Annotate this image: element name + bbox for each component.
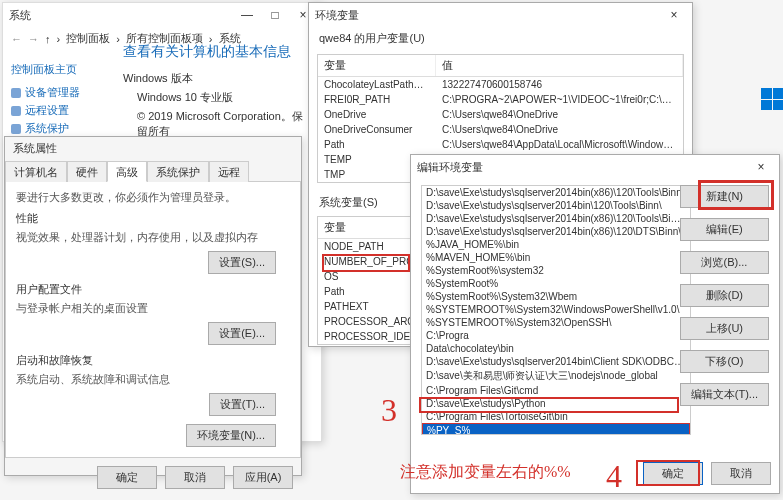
list-item[interactable]: %SystemRoot%\System32\Wbem bbox=[422, 290, 690, 303]
close-icon[interactable]: × bbox=[749, 159, 773, 175]
shield-icon bbox=[11, 106, 21, 116]
edit-env-dialog: 编辑环境变量 × D:\save\Exe\studys\sqlserver201… bbox=[410, 154, 780, 494]
tab-hardware[interactable]: 硬件 bbox=[67, 161, 107, 182]
userprof-settings-button[interactable]: 设置(E)... bbox=[208, 322, 276, 345]
up-icon[interactable]: ↑ bbox=[45, 33, 51, 45]
ok-button[interactable]: 确定 bbox=[97, 466, 157, 489]
col-val[interactable]: 值 bbox=[436, 55, 683, 76]
tab-remote[interactable]: 远程 bbox=[209, 161, 249, 182]
ok-button[interactable]: 确定 bbox=[643, 462, 703, 485]
nav-remote[interactable]: 远程设置 bbox=[11, 103, 85, 118]
up-button[interactable]: 上移(U) bbox=[680, 317, 769, 340]
min-icon[interactable]: — bbox=[235, 7, 259, 23]
tab-protection[interactable]: 系统保护 bbox=[147, 161, 209, 182]
table-row[interactable]: PathC:\Users\qwe84\AppData\Local\Microso… bbox=[318, 137, 683, 152]
cancel-button[interactable]: 取消 bbox=[711, 462, 771, 485]
perf-settings-button[interactable]: 设置(S)... bbox=[208, 251, 276, 274]
windows-logo-icon bbox=[761, 88, 783, 110]
browse-button[interactable]: 浏览(B)... bbox=[680, 251, 769, 274]
userprof-desc: 与登录帐户相关的桌面设置 bbox=[16, 301, 290, 316]
table-row[interactable]: OneDriveConsumerC:\Users\qwe84\OneDrive bbox=[318, 122, 683, 137]
anno-3: 3 bbox=[381, 392, 397, 429]
table-row[interactable]: ChocolateyLastPathUpdate1322274706001587… bbox=[318, 77, 683, 92]
system-properties-dialog: 系统属性 计算机名 硬件 高级 系统保护 远程 要进行大多数更改，你必须作为管理… bbox=[4, 136, 302, 476]
list-item[interactable]: D:\save\Exe\studys\Python bbox=[422, 397, 690, 410]
startup-settings-button[interactable]: 设置(T)... bbox=[209, 393, 276, 416]
list-item[interactable]: C:\Progra bbox=[422, 329, 690, 342]
user-vars-head: qwe84 的用户变量(U) bbox=[309, 27, 692, 50]
down-button[interactable]: 下移(O) bbox=[680, 350, 769, 373]
list-item[interactable]: %MAVEN_HOME%\bin bbox=[422, 251, 690, 264]
system-info: 查看有关计算机的基本信息 Windows 版本 Windows 10 专业版 ©… bbox=[123, 43, 313, 143]
list-item[interactable]: %SystemRoot% bbox=[422, 277, 690, 290]
list-item[interactable]: D:\save\Exe\studys\sqlserver2014bin(x86)… bbox=[422, 225, 690, 238]
list-item[interactable]: Data\chocolatey\bin bbox=[422, 342, 690, 355]
cancel-button[interactable]: 取消 bbox=[165, 466, 225, 489]
startup-desc: 系统启动、系统故障和调试信息 bbox=[16, 372, 290, 387]
copyright: © 2019 Microsoft Corporation。保留所有 bbox=[123, 109, 313, 139]
perf-desc: 视觉效果，处理器计划，内存使用，以及虚拟内存 bbox=[16, 230, 290, 245]
edit-title: 编辑环境变量 bbox=[417, 160, 483, 175]
tabs: 计算机名 硬件 高级 系统保护 远程 bbox=[5, 160, 301, 182]
shield-icon bbox=[11, 124, 21, 134]
edit-text-button[interactable]: 编辑文本(T)... bbox=[680, 383, 769, 406]
tab-computer-name[interactable]: 计算机名 bbox=[5, 161, 67, 182]
list-item[interactable]: D:\save\Exe\studys\sqlserver2014bin(x86)… bbox=[422, 212, 690, 225]
crumb-cp[interactable]: 控制面板 bbox=[66, 31, 110, 46]
nav-heading[interactable]: 控制面板主页 bbox=[11, 62, 85, 77]
list-item[interactable]: C:\Program Files\TortoiseGit\bin bbox=[422, 410, 690, 423]
table-row[interactable]: FREI0R_PATHC:\PROGRA~2\APOWER~1\VIDEOC~1… bbox=[318, 92, 683, 107]
edit-button[interactable]: 编辑(E) bbox=[680, 218, 769, 241]
close-icon[interactable]: × bbox=[662, 7, 686, 23]
col-var[interactable]: 变量 bbox=[318, 55, 436, 76]
list-item[interactable]: D:\save\美和易思\师资认证\大三\nodejs\node_global bbox=[422, 368, 690, 384]
list-item[interactable]: %JAVA_HOME%\bin bbox=[422, 238, 690, 251]
list-item[interactable]: %SYSTEMROOT%\System32\OpenSSH\ bbox=[422, 316, 690, 329]
table-row[interactable]: OneDriveC:\Users\qwe84\OneDrive bbox=[318, 107, 683, 122]
apply-button[interactable]: 应用(A) bbox=[233, 466, 293, 489]
list-item[interactable]: C:\Program Files\Git\cmd bbox=[422, 384, 690, 397]
perf-title: 性能 bbox=[16, 211, 290, 226]
list-item[interactable]: %PY_S% bbox=[422, 423, 690, 435]
env-title: 环境变量 bbox=[315, 8, 359, 23]
dialog-buttons: 确定 取消 应用(A) bbox=[5, 458, 301, 497]
delete-button[interactable]: 删除(D) bbox=[680, 284, 769, 307]
page-title: 查看有关计算机的基本信息 bbox=[123, 43, 313, 61]
back-icon[interactable]: ← bbox=[11, 33, 22, 45]
dialog-title: 系统属性 bbox=[5, 137, 301, 160]
shield-icon bbox=[11, 88, 21, 98]
nav-protect[interactable]: 系统保护 bbox=[11, 121, 85, 136]
new-button[interactable]: 新建(N) bbox=[680, 185, 769, 208]
list-item[interactable]: D:\save\Exe\studys\sqlserver2014bin(x86)… bbox=[422, 186, 690, 199]
fwd-icon: → bbox=[28, 33, 39, 45]
userprof-title: 用户配置文件 bbox=[16, 282, 290, 297]
nav-device-manager[interactable]: 设备管理器 bbox=[11, 85, 85, 100]
list-item[interactable]: %SYSTEMROOT%\System32\WindowsPowerShell\… bbox=[422, 303, 690, 316]
tab-advanced[interactable]: 高级 bbox=[107, 161, 147, 182]
startup-title: 启动和故障恢复 bbox=[16, 353, 290, 368]
max-icon[interactable]: □ bbox=[263, 7, 287, 23]
env-variables-button[interactable]: 环境变量(N)... bbox=[186, 424, 276, 447]
path-listbox[interactable]: D:\save\Exe\studys\sqlserver2014bin(x86)… bbox=[421, 185, 691, 435]
list-item[interactable]: D:\save\Exe\studys\sqlserver2014bin\120\… bbox=[422, 199, 690, 212]
win-version: Windows 10 专业版 bbox=[123, 90, 313, 105]
window-title: 系统 bbox=[9, 8, 31, 23]
titlebar: 系统 — □ × bbox=[3, 3, 321, 27]
list-item[interactable]: %SystemRoot%\system32 bbox=[422, 264, 690, 277]
list-item[interactable]: D:\save\Exe\studys\sqlserver2014bin\Clie… bbox=[422, 355, 690, 368]
admin-warning: 要进行大多数更改，你必须作为管理员登录。 bbox=[16, 190, 290, 205]
ver-heading: Windows 版本 bbox=[123, 71, 313, 86]
